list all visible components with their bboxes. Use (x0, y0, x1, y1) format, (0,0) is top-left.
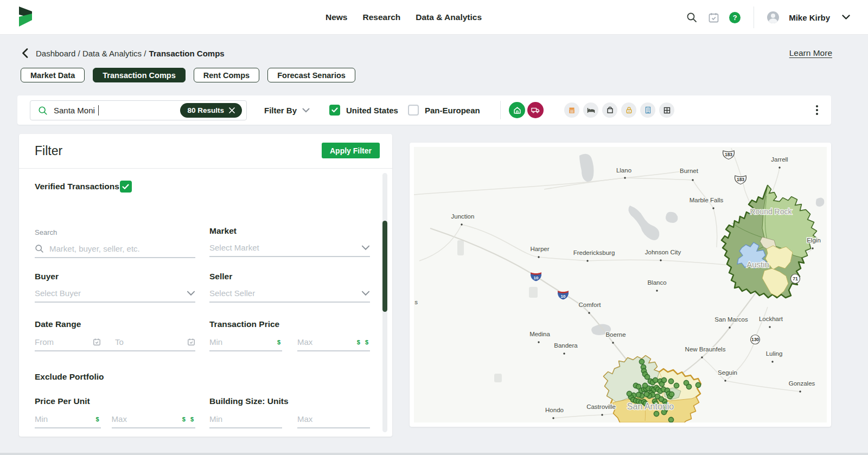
city-dot (799, 390, 801, 392)
tab-transaction-comps[interactable]: Transaction Comps (93, 68, 186, 82)
transaction-dot[interactable] (642, 383, 647, 388)
transaction-dot[interactable] (636, 392, 641, 397)
city-dot (552, 417, 554, 419)
brand-logo-icon[interactable] (19, 7, 33, 28)
clear-results-icon[interactable] (229, 107, 235, 113)
nav-item-data-analytics[interactable]: Data & Analytics (416, 12, 482, 22)
retail-bag-icon[interactable] (602, 102, 617, 118)
more-options-icon[interactable] (813, 104, 821, 117)
results-badge[interactable]: 80 Results (180, 103, 242, 118)
buyer-select[interactable]: Buyer Select Buyer (35, 272, 195, 303)
map-land-patch (529, 287, 538, 298)
city-dot (724, 380, 726, 381)
units-max-input[interactable]: Max (297, 411, 370, 428)
help-icon[interactable]: ? (729, 12, 741, 23)
ppu-min-input[interactable]: Min $ (35, 411, 101, 428)
ppu-max-input[interactable]: Max $ $ (112, 411, 195, 428)
city-dot (771, 361, 773, 362)
calendar-icon[interactable] (93, 338, 101, 346)
city-label: Bandera (554, 342, 578, 349)
transaction-dot[interactable] (627, 391, 631, 396)
scrollbar-thumb[interactable] (382, 221, 387, 312)
dollar-icon: $ (277, 339, 282, 345)
checkbox-icon[interactable] (408, 105, 419, 116)
min-placeholder: Min (35, 414, 48, 424)
map-road (419, 225, 462, 261)
nav-item-news[interactable]: News (326, 12, 348, 22)
city-label: Burnet (680, 168, 699, 174)
filter-panel: Filter Apply Filter Verified Transaction… (19, 134, 392, 437)
city-dot (712, 207, 714, 209)
transaction-dot[interactable] (654, 411, 659, 416)
transaction-dot[interactable] (674, 383, 679, 388)
transaction-dot[interactable] (668, 379, 673, 383)
office-building-icon[interactable] (640, 102, 655, 118)
user-avatar[interactable] (767, 11, 779, 23)
nav-item-research[interactable]: Research (363, 12, 401, 22)
chevron-down-icon (361, 291, 370, 296)
learn-more-link[interactable]: Learn More (789, 48, 832, 58)
retail-storefront-icon[interactable] (564, 102, 579, 118)
multifamily-house-icon[interactable] (509, 102, 525, 118)
back-icon[interactable] (22, 48, 28, 58)
tab-rent-comps[interactable]: Rent Comps (194, 68, 259, 82)
map-road (625, 178, 693, 180)
date-range-label: Date Range (35, 319, 195, 329)
all-types-grid-icon[interactable] (659, 102, 674, 118)
filter-by-dropdown[interactable]: Filter By (264, 106, 310, 115)
units-min-input[interactable]: Min (209, 411, 282, 428)
united-states-checkbox[interactable]: United States (329, 105, 398, 116)
austin-metro-region[interactable] (722, 185, 818, 298)
transaction-dot[interactable] (653, 377, 658, 382)
apply-filter-button[interactable]: Apply Filter (322, 143, 380, 158)
exclude-portfolio-label[interactable]: Exclude Portfolio (35, 372, 104, 382)
filter-search-field[interactable]: Search Market, buyer, seller, etc. (35, 228, 195, 258)
price-min-input[interactable]: Min $ (209, 334, 282, 351)
self-storage-lock-icon[interactable] (621, 102, 636, 118)
industrial-truck-icon[interactable] (527, 102, 544, 118)
transaction-dot[interactable] (695, 382, 700, 387)
view-tabs: Market Data Transaction Comps Rent Comps… (21, 68, 355, 82)
search-icon[interactable] (686, 11, 698, 23)
transaction-dot[interactable] (659, 396, 663, 401)
svg-text:10: 10 (534, 275, 539, 280)
map-road (414, 171, 685, 195)
filter-title: Filter (35, 144, 62, 158)
svg-text:71: 71 (793, 276, 798, 281)
map-road (771, 168, 780, 196)
verified-checkbox-icon[interactable] (120, 181, 132, 193)
dollar-dollar-icon: $ $ (182, 416, 195, 422)
user-name[interactable]: Mike Kirby (789, 13, 830, 22)
calendar-check-icon[interactable] (707, 11, 719, 23)
city-label: s (414, 299, 418, 305)
user-menu-chevron-icon[interactable] (840, 11, 852, 23)
transaction-dot[interactable] (644, 392, 649, 396)
date-range-field[interactable]: Date Range From To (35, 319, 195, 351)
price-max-input[interactable]: Max $ $ (297, 334, 370, 351)
transaction-price-field: Transaction Price Min $ Max $ $ (209, 319, 370, 351)
map[interactable]: LlanoBurnetJarrellMarble FallsJunctionHa… (414, 147, 827, 422)
map-road (588, 260, 739, 266)
tab-forecast-senarios[interactable]: Forecast Senarios (267, 68, 355, 82)
search-input[interactable]: Santa Moni 80 Results (30, 100, 247, 120)
market-select[interactable]: Market Select Market (209, 226, 370, 257)
transaction-dot[interactable] (668, 417, 673, 422)
seller-select[interactable]: Seller Select Seller (209, 272, 370, 303)
checkbox-icon[interactable] (329, 105, 340, 116)
breadcrumb-path[interactable]: Dashboard / Data & Analytics / (36, 49, 146, 58)
hospitality-bed-icon[interactable] (583, 102, 598, 118)
transaction-dot[interactable] (661, 377, 666, 382)
transaction-dot[interactable] (639, 359, 644, 364)
pan-european-checkbox[interactable]: Pan-European (408, 105, 480, 116)
city-label: Jarrell (771, 156, 788, 163)
tab-market-data[interactable]: Market Data (21, 68, 85, 82)
united-states-label: United States (346, 106, 398, 115)
calendar-icon[interactable] (187, 338, 195, 346)
city-dot (624, 177, 626, 178)
transaction-price-label: Transaction Price (209, 319, 370, 329)
transaction-dot[interactable] (644, 374, 649, 379)
transaction-dot[interactable] (669, 392, 674, 396)
city-label: Elgin (807, 237, 821, 243)
verified-transactions-toggle[interactable]: Verified Transactions (35, 181, 132, 193)
transaction-dot[interactable] (686, 384, 691, 389)
